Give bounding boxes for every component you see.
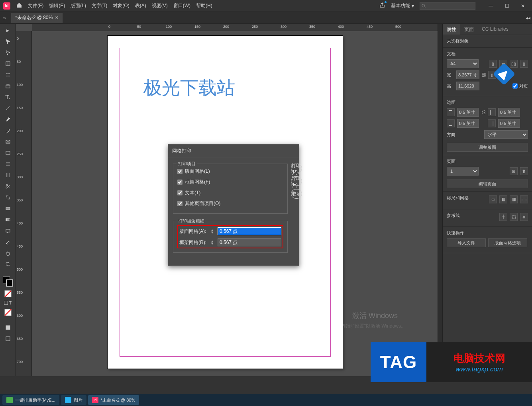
view-mode-preview[interactable] [3, 335, 13, 343]
eyedropper-tool[interactable] [3, 238, 13, 246]
facing-pages-icon[interactable]: ▯▯ [510, 60, 518, 68]
panel-dock-strip[interactable] [438, 24, 442, 376]
guide-opt2-icon[interactable]: ⬚ [510, 213, 518, 221]
tab-cclibraries[interactable]: CC Libraries [478, 24, 512, 35]
margin-inside-input[interactable] [498, 108, 520, 117]
menu-file[interactable]: 文件(F) [28, 2, 43, 9]
apply-none-icon[interactable] [3, 290, 13, 298]
margin-bottom-input[interactable] [457, 119, 479, 128]
menu-layout[interactable]: 版面(L) [71, 2, 86, 9]
layout-grid-weight-input[interactable] [218, 227, 281, 235]
menu-edit[interactable]: 编辑(E) [49, 2, 65, 9]
svg-point-10 [6, 184, 8, 186]
app-icon [6, 397, 13, 403]
rectangle-frame-tool[interactable] [3, 138, 13, 146]
frame-grid-weight-input[interactable] [218, 238, 281, 246]
menu-help[interactable]: 帮助(H) [196, 2, 212, 9]
fill-stroke-swatch[interactable] [3, 276, 13, 287]
edit-pages-button[interactable]: 编辑页面 [447, 180, 528, 188]
page-tool[interactable] [3, 60, 13, 68]
zoom-tool[interactable] [3, 260, 13, 268]
tab-properties[interactable]: 属性 [443, 24, 460, 35]
svg-rect-17 [6, 229, 10, 232]
cb-frame-grid[interactable]: 框架网格(F) [177, 179, 283, 185]
close-tab-icon[interactable]: ✕ [55, 15, 59, 20]
export-button[interactable]: 导出(E)... [291, 176, 302, 186]
grid-options-button[interactable]: 版面网格选项 [488, 238, 527, 247]
vertical-grid-tool[interactable] [3, 171, 13, 179]
format-container-text[interactable]: T [4, 301, 12, 305]
ruler-opt4-icon[interactable]: ⋮⋮ [520, 195, 528, 203]
link-icon[interactable]: ⛓ [482, 71, 486, 79]
taskbar-item[interactable]: 一键排版助手(MyE... [2, 395, 59, 405]
page-number-select[interactable]: 1 [447, 167, 479, 176]
taskbar-item[interactable]: 图片 [61, 395, 86, 405]
rectangle-tool[interactable] [3, 149, 13, 157]
stepper-icon[interactable]: ▲▼ [210, 240, 215, 245]
cb-other-items[interactable]: 其他页面项目(O) [177, 200, 283, 207]
share-icon[interactable] [379, 2, 385, 10]
menu-type[interactable]: 文字(T) [92, 2, 107, 9]
gradient-swatch-tool[interactable] [3, 205, 13, 213]
orient-portrait-icon[interactable]: ▯ [489, 60, 497, 68]
menu-object[interactable]: 对象(O) [113, 2, 129, 9]
minimize-button[interactable]: — [485, 2, 497, 10]
new-page-icon[interactable]: ⊞ [510, 167, 518, 175]
direct-selection-tool[interactable] [3, 49, 13, 57]
cb-text[interactable]: 文本(T) [177, 189, 283, 196]
note-tool[interactable] [3, 227, 13, 235]
maximize-button[interactable]: ☐ [501, 2, 513, 10]
view-mode-normal[interactable] [3, 324, 13, 332]
scissors-tool[interactable] [3, 182, 13, 190]
line-tool[interactable] [3, 104, 13, 112]
orient-select[interactable]: 水平 [484, 130, 528, 139]
guide-opt1-icon[interactable]: ┼ [499, 213, 507, 221]
free-transform-tool[interactable] [3, 193, 13, 201]
single-page-icon[interactable]: ▯ [520, 60, 528, 68]
tab-pages[interactable]: 页面 [460, 24, 478, 35]
gap-tool[interactable] [3, 71, 13, 79]
margin-top-input[interactable] [457, 108, 479, 117]
canvas-area[interactable]: 0 50 100 150 200 250 300 350 400 450 500… [16, 24, 438, 376]
content-collector-tool[interactable] [3, 82, 13, 90]
search-box[interactable] [420, 2, 475, 10]
type-tool[interactable]: T. [3, 93, 13, 101]
apply-none-2-icon[interactable] [3, 308, 13, 316]
menu-window[interactable]: 窗口(W) [173, 2, 190, 9]
home-icon[interactable] [16, 2, 22, 10]
pen-tool[interactable] [3, 115, 13, 123]
cb-layout-grid[interactable]: 版面网格(L) [177, 168, 283, 175]
margin-inside-icon: ▏ [488, 108, 496, 116]
taskbar-item[interactable]: Id *未命名-2 @ 80% [88, 395, 139, 405]
document-tab[interactable]: *未命名-2 @ 80% ✕ [11, 13, 63, 23]
width-label: 宽 [447, 72, 454, 78]
delete-page-icon[interactable]: 🗑 [520, 167, 528, 175]
menu-view[interactable]: 视图(V) [152, 2, 168, 9]
stepper-icon[interactable]: ▲▼ [210, 229, 215, 234]
selection-tool[interactable] [3, 37, 13, 45]
hand-tool[interactable] [3, 249, 13, 257]
link-icon[interactable]: ⛓ [481, 108, 485, 116]
page-preset-select[interactable]: A4 [447, 59, 479, 68]
ruler-opt1-icon[interactable]: ▭ [489, 195, 497, 203]
margin-outside-input[interactable] [498, 119, 520, 128]
print-button[interactable]: 打印(P)... [291, 164, 302, 173]
gradient-feather-tool[interactable] [3, 216, 13, 224]
tab-history-icon[interactable]: » [3, 15, 11, 21]
menu-table[interactable]: 表(A) [135, 2, 146, 9]
ruler-opt2-icon[interactable]: ▦ [499, 195, 507, 203]
pencil-tool[interactable] [3, 127, 13, 135]
ruler-opt3-icon[interactable]: ▦ [510, 195, 518, 203]
import-file-button[interactable]: 导入文件 [447, 238, 486, 247]
workspace-switcher[interactable]: 基本功能▾ [391, 2, 414, 9]
facing-pages-checkbox[interactable]: 对页 [512, 82, 528, 90]
cancel-button[interactable]: 取消 [291, 189, 302, 199]
adjust-layout-button[interactable]: 调整版面 [447, 143, 528, 152]
expand-tool-icon[interactable]: ▸ [3, 26, 13, 34]
panel-collapse-icon[interactable]: ◂◂ [524, 15, 532, 21]
close-button[interactable]: ✕ [517, 2, 529, 10]
guide-opt3-icon[interactable]: ◈ [520, 213, 528, 221]
horizontal-grid-tool[interactable] [3, 160, 13, 168]
height-input[interactable] [456, 82, 479, 90]
width-input[interactable] [456, 70, 479, 79]
